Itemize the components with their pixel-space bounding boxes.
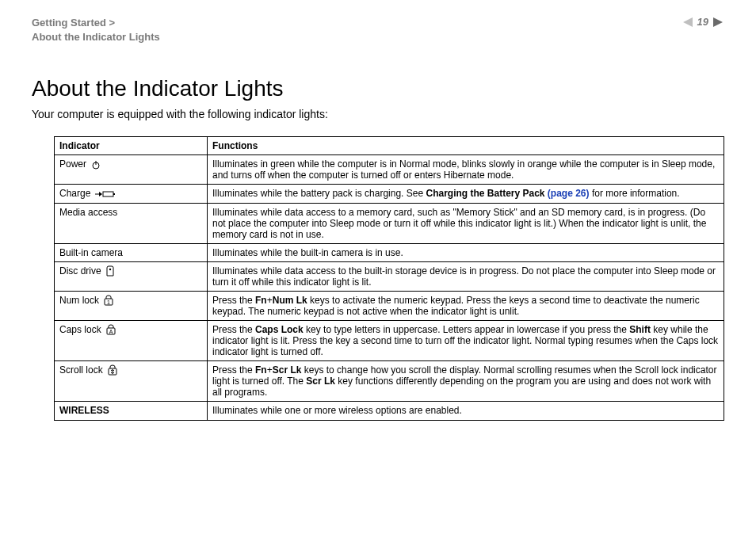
numlock-text-prefix: Press the (212, 295, 255, 306)
indicator-name: Scroll lock (59, 364, 103, 376)
document-page: Getting Started > About the Indicator Li… (0, 0, 756, 534)
function-cell: Illuminates while data access to a memor… (208, 203, 724, 243)
page-number: 19 (697, 16, 708, 28)
svg-text:A: A (109, 329, 113, 334)
indicator-name: Built-in camera (59, 247, 123, 258)
indicator-table: Indicator Functions Power Illuminates in… (54, 136, 724, 420)
next-page-arrow-icon[interactable] (713, 17, 724, 27)
key-shift: Shift (629, 324, 651, 335)
function-cell: Illuminates while the built-in camera is… (208, 243, 724, 261)
charge-text-suffix: for more information. (590, 188, 680, 199)
table-row: Num lock 1 Press the Fn+Num Lk keys to a… (55, 292, 724, 321)
table-row: Built-in camera Illuminates while the bu… (55, 243, 724, 261)
plus: + (267, 295, 273, 306)
svg-rect-6 (103, 192, 113, 196)
page-navigator: 19 (682, 16, 724, 28)
function-cell: Press the Fn+Scr Lk keys to change how y… (208, 361, 724, 402)
page-header: Getting Started > About the Indicator Li… (32, 16, 724, 44)
charge-icon (95, 189, 116, 199)
svg-point-8 (109, 269, 110, 270)
capslock-text-prefix: Press the (212, 324, 255, 335)
page-26-link[interactable]: (page 26) (548, 188, 590, 199)
indicator-cell-capslock: Caps lock A (55, 321, 208, 361)
col-header-indicator: Indicator (55, 137, 208, 155)
indicator-cell-media: Media access (55, 203, 208, 243)
table-row: Caps lock A Press the Caps Lock key to t… (55, 321, 724, 361)
function-cell: Press the Caps Lock key to type letters … (208, 321, 724, 361)
plus: + (267, 364, 273, 376)
table-header-row: Indicator Functions (55, 137, 724, 155)
breadcrumb-line-1: Getting Started > (32, 16, 160, 30)
function-cell: Press the Fn+Num Lk keys to activate the… (208, 292, 724, 321)
breadcrumb-line-2: About the Indicator Lights (32, 30, 160, 44)
indicator-name: Power (59, 158, 86, 170)
key-fn: Fn (255, 364, 267, 376)
table-row: Power Illuminates in green while the com… (55, 155, 724, 185)
scrolllock-text-prefix: Press the (212, 364, 255, 376)
indicator-name: Media access (59, 207, 117, 218)
scroll-lock-icon (108, 364, 117, 376)
indicator-name: Charge (59, 188, 90, 199)
capslock-text-mid1: key to type letters in uppercase. Letter… (304, 324, 630, 335)
breadcrumb: Getting Started > About the Indicator Li… (32, 16, 160, 44)
svg-marker-0 (683, 17, 693, 27)
indicator-name: Num lock (59, 295, 99, 306)
function-cell: Illuminates while data access to the bui… (208, 262, 724, 292)
indicator-name: Caps lock (59, 324, 101, 335)
indicator-cell-camera: Built-in camera (55, 243, 208, 261)
indicator-name: Disc drive (59, 265, 101, 277)
key-scrlk: Scr Lk (273, 364, 302, 376)
num-lock-icon: 1 (104, 295, 113, 306)
disc-drive-icon (106, 265, 114, 277)
indicator-cell-power: Power (55, 155, 208, 185)
charging-link-label: Charging the Battery Pack (426, 188, 547, 199)
table-row: Disc drive Illuminates while data access… (55, 262, 724, 292)
key-scrlk-2: Scr Lk (306, 376, 335, 387)
svg-marker-5 (99, 192, 102, 196)
indicator-cell-wireless: WIRELESS (55, 402, 208, 420)
intro-text: Your computer is equipped with the follo… (32, 108, 724, 120)
prev-page-arrow-icon[interactable] (682, 17, 693, 27)
svg-rect-7 (113, 193, 115, 195)
function-cell: Illuminates in green while the computer … (208, 155, 724, 185)
indicator-cell-scrolllock: Scroll lock (55, 361, 208, 402)
col-header-functions: Functions (208, 137, 724, 155)
key-numlk: Num Lk (273, 295, 307, 306)
function-cell: Illuminates while the battery pack is ch… (208, 185, 724, 203)
table-row: WIRELESS Illuminates while one or more w… (55, 402, 724, 420)
caps-lock-icon: A (106, 324, 116, 335)
charge-text-prefix: Illuminates while the battery pack is ch… (212, 188, 426, 199)
function-cell: Illuminates while one or more wireless o… (208, 402, 724, 420)
indicator-cell-disc: Disc drive (55, 262, 208, 292)
key-capslock: Caps Lock (255, 324, 304, 335)
table-row: Media access Illuminates while data acce… (55, 203, 724, 243)
svg-text:1: 1 (107, 299, 110, 305)
power-icon (91, 160, 101, 170)
table-row: Scroll lock Press th (55, 361, 724, 402)
table-row: Charge Illuminates while the battery (55, 185, 724, 203)
key-fn: Fn (255, 295, 267, 306)
page-title: About the Indicator Lights (32, 76, 724, 101)
svg-marker-1 (713, 17, 723, 27)
indicator-name: WIRELESS (59, 405, 109, 416)
indicator-cell-numlock: Num lock 1 (55, 292, 208, 321)
indicator-cell-charge: Charge (55, 185, 208, 203)
